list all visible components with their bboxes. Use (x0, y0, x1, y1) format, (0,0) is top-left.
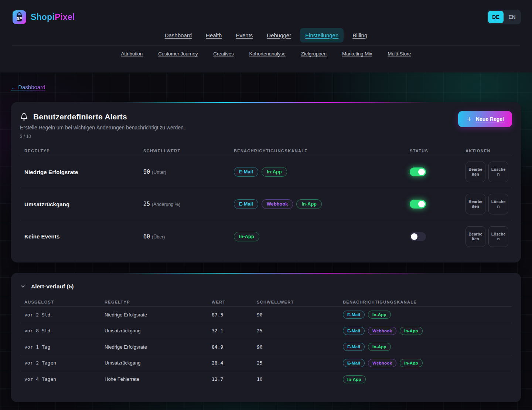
lang-button-de[interactable]: DE (488, 11, 504, 23)
triggered-time: vor 2 Std. (20, 312, 105, 318)
channel-badge-webhook: Webhook (368, 359, 396, 367)
subnav-item-multi-store[interactable]: Multi-Store (388, 51, 411, 57)
history-table: AUSGELÖST REGELTYP WERT SCHWELLWERT BENA… (20, 297, 512, 387)
page-title: Benutzerdefinierte Alerts (33, 112, 127, 121)
delete-button[interactable]: Löschen (488, 162, 508, 182)
rules-table: REGELTYP SCHWELLWERT BENACHRICHTIGUNGSKA… (20, 146, 512, 253)
table-row: Umsatzrückgang 25(Änderung %) E-Mail Web… (20, 188, 512, 220)
threshold: 25 (257, 360, 343, 366)
status-toggle[interactable] (410, 167, 426, 176)
app-header: SP ShopiPixel DE EN Dashboard Health Eve… (0, 0, 532, 72)
status-toggle[interactable] (410, 232, 426, 241)
table-row: Keine Events 60(Über) In-App Bearbeiten … (20, 220, 512, 253)
card-subtitle: Erstelle Regeln um bei wichtigen Änderun… (20, 125, 185, 131)
rule-type: Niedrige Erfolgsrate (105, 344, 212, 350)
sub-nav: Attribution Customer Journey Creatives K… (0, 51, 532, 57)
subnav-item-creatives[interactable]: Creatives (213, 51, 233, 57)
subnav-item-marketing-mix[interactable]: Marketing Mix (342, 51, 372, 57)
triggered-time: vor 1 Tag (20, 344, 105, 350)
channel-badge-email: E-Mail (343, 343, 365, 351)
channel-badge-inapp: In-App (368, 343, 391, 351)
channel-badge-inapp: In-App (234, 232, 259, 241)
history-table-header: AUSGELÖST REGELTYP WERT SCHWELLWERT BENA… (20, 297, 512, 307)
threshold: 10 (257, 376, 343, 382)
channel-badge-inapp: In-App (262, 167, 287, 177)
triggered-time: vor 8 Std. (20, 328, 105, 333)
channel-badge-webhook: Webhook (368, 327, 396, 335)
threshold: 90 (257, 344, 343, 350)
nav-item-billing[interactable]: Billing (347, 28, 372, 43)
rule-type: Niedrige Erfolgsrate (105, 312, 212, 318)
delete-button[interactable]: Löschen (488, 194, 508, 214)
rule-threshold: 60(Über) (143, 233, 234, 240)
triggered-time: vor 4 Tagen (20, 376, 105, 382)
edit-button[interactable]: Bearbeiten (466, 162, 485, 182)
value: 32.1 (212, 328, 257, 333)
rule-threshold: 25(Änderung %) (143, 201, 234, 207)
history-row: vor 4 Tagen Hohe Fehlerrate 12.7 10 In-A… (20, 371, 512, 387)
value: 84.9 (212, 344, 257, 350)
chevron-down-icon (20, 284, 26, 289)
subnav-item-customer-journey[interactable]: Customer Journey (158, 51, 198, 57)
triggered-time: vor 2 Tagen (20, 360, 105, 366)
history-row: vor 2 Tagen Umsatzrückgang 28.4 25 E-Mai… (20, 355, 512, 372)
bell-icon (20, 113, 28, 121)
channel-badge-inapp: In-App (400, 359, 423, 367)
threshold: 90 (257, 312, 343, 318)
channel-badge-inapp: In-App (368, 311, 391, 319)
lang-button-en[interactable]: EN (504, 11, 520, 23)
table-row: Niedrige Erfolgsrate 90(Unter) E-Mail In… (20, 156, 512, 188)
subnav-item-kohortenanalyse[interactable]: Kohortenanalyse (249, 51, 286, 57)
rule-type: Umsatzrückgang (105, 360, 212, 366)
history-row: vor 2 Std. Niedrige Erfolgsrate 87.3 90 … (20, 307, 512, 323)
subnav-item-zielgruppen[interactable]: Zielgruppen (301, 51, 327, 57)
channel-badge-email: E-Mail (234, 199, 258, 209)
rule-name: Umsatzrückgang (20, 201, 143, 207)
nav-item-health[interactable]: Health (201, 28, 227, 43)
rules-counter: 3 / 10 (20, 134, 185, 139)
nav-item-einstellungen[interactable]: Einstellungen (300, 28, 344, 43)
channel-badge-email: E-Mail (343, 327, 365, 335)
channel-badge-webhook: Webhook (262, 199, 293, 209)
nav-item-events[interactable]: Events (231, 28, 258, 43)
svg-text:SP: SP (17, 16, 23, 21)
rules-table-header: REGELTYP SCHWELLWERT BENACHRICHTIGUNGSKA… (20, 146, 512, 156)
alert-history-card: Alert-Verlauf (5) AUSGELÖST REGELTYP WER… (11, 273, 521, 402)
history-row: vor 8 Std. Umsatzrückgang 32.1 25 E-Mail… (20, 323, 512, 339)
brand-name: ShopiPixel (31, 12, 75, 22)
rule-name: Niedrige Erfolgsrate (20, 169, 143, 175)
value: 12.7 (212, 376, 257, 382)
threshold: 25 (257, 328, 343, 333)
header-divider (12, 45, 520, 46)
new-rule-button[interactable]: Neue Regel (458, 111, 512, 127)
history-title: Alert-Verlauf (5) (31, 283, 74, 290)
channel-badge-inapp: In-App (296, 199, 322, 209)
nav-item-debugger[interactable]: Debugger (262, 28, 296, 43)
brand: SP ShopiPixel (13, 10, 75, 24)
status-toggle[interactable] (410, 200, 426, 209)
value: 87.3 (212, 312, 257, 318)
rule-type: Hohe Fehlerrate (105, 376, 212, 382)
rule-type: Umsatzrückgang (105, 328, 212, 333)
value: 28.4 (212, 360, 257, 366)
channel-badge-inapp: In-App (343, 375, 366, 383)
back-to-dashboard-link[interactable]: ← Dashboard (11, 84, 45, 92)
channel-badge-email: E-Mail (234, 167, 258, 177)
shopipixel-logo-icon: SP (13, 10, 26, 24)
history-row: vor 1 Tag Niedrige Erfolgsrate 84.9 90 E… (20, 339, 512, 355)
rule-threshold: 90(Unter) (143, 169, 234, 175)
edit-button[interactable]: Bearbeiten (466, 194, 485, 214)
channel-badge-inapp: In-App (400, 327, 423, 335)
plus-icon (466, 116, 472, 122)
subnav-item-attribution[interactable]: Attribution (121, 51, 143, 57)
history-collapse-header[interactable]: Alert-Verlauf (5) (20, 282, 512, 290)
main-nav: Dashboard Health Events Debugger Einstel… (0, 26, 532, 44)
language-toggle: DE EN (487, 10, 521, 24)
delete-button[interactable]: Löschen (488, 226, 508, 247)
custom-alerts-card: Benutzerdefinierte Alerts Erstelle Regel… (11, 102, 521, 262)
channel-badge-email: E-Mail (343, 311, 365, 319)
nav-item-dashboard[interactable]: Dashboard (160, 28, 197, 43)
rule-name: Keine Events (20, 233, 143, 240)
edit-button[interactable]: Bearbeiten (466, 226, 485, 247)
channel-badge-email: E-Mail (343, 359, 365, 367)
